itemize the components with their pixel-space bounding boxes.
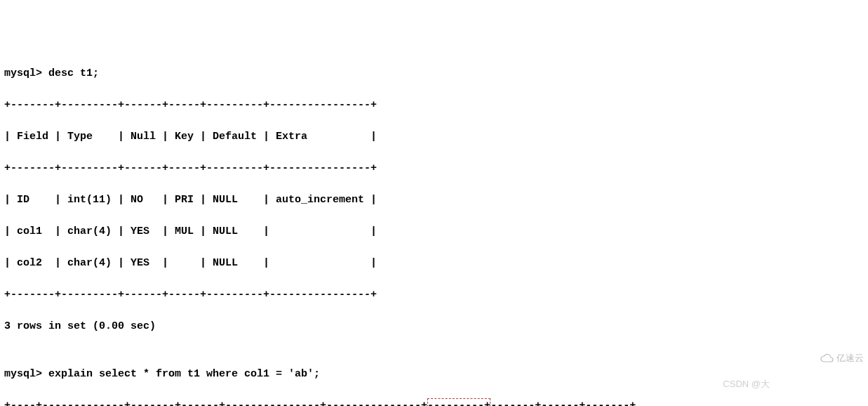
result-footer: 3 rows in set (0.00 sec)	[4, 319, 864, 335]
seg: -------+------+-------+	[490, 400, 636, 407]
table-row: | ID | int(11) | NO | PRI | NULL | auto_…	[4, 192, 864, 209]
table-header: | Field | Type | Null | Key | Default | …	[4, 129, 864, 145]
table-border: +----+-------------+-------+------+-----…	[4, 398, 864, 407]
seg: +----+-------------+-------+------+-----…	[4, 400, 427, 407]
table-border: +-------+---------+------+-----+--------…	[4, 287, 864, 303]
yisu-watermark: 亿速云	[820, 326, 864, 391]
watermark-text: 亿速云	[836, 351, 864, 365]
keylen-highlight: ---------+	[427, 398, 490, 407]
table-row: | col1 | char(4) | YES | MUL | NULL | |	[4, 224, 864, 240]
cloud-icon	[820, 326, 834, 391]
csdn-watermark: CSDN @大	[723, 377, 770, 391]
terminal-line: mysql> desc t1;	[4, 66, 864, 82]
table-border: +-------+---------+------+-----+--------…	[4, 161, 864, 177]
table-row: | col2 | char(4) | YES | | NULL | |	[4, 256, 864, 272]
table-border: +-------+---------+------+-----+--------…	[4, 98, 864, 114]
